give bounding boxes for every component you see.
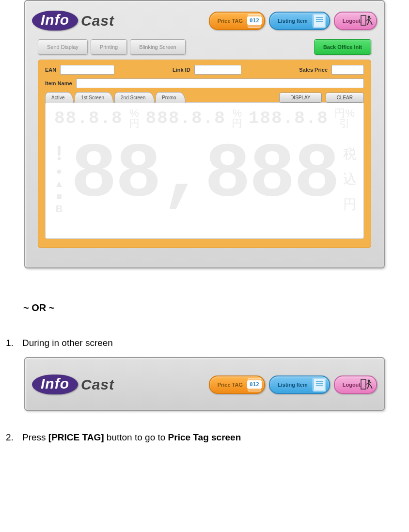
logout-button[interactable]: Logout [334, 12, 377, 30]
tabs-row: Active 1st Screen 2nd Screen Promo DISPL… [45, 92, 364, 103]
tax-char: 税 [343, 145, 357, 163]
infocast-logo: InfoCast [32, 11, 114, 31]
lcd-seg-1: 88.8.8 [54, 109, 123, 128]
tab-promo[interactable]: Promo [156, 92, 185, 103]
yen-char: 円 [343, 195, 357, 214]
lcd-seg-3: 188.8.8 [249, 109, 329, 128]
tab-1st-screen-label: 1st Screen [81, 95, 104, 100]
or-separator-text: ~ OR ~ [23, 302, 409, 313]
price-tag-label-2: Price TAG [218, 382, 243, 388]
step-2-text-b: [PRICE TAG] [48, 432, 104, 442]
step-2-text-d: Price Tag screen [168, 432, 241, 442]
lcd-big-digits: 88,888 [71, 136, 338, 214]
included-char: 込 [343, 170, 357, 188]
tab-2nd-screen-label: 2nd Screen [121, 95, 145, 100]
link-id-input[interactable] [194, 65, 241, 75]
lcd-sym1-bot: 円 [129, 117, 140, 129]
item-name-label: Item Name [45, 80, 72, 86]
infocast-panel-full: InfoCast Price TAG 012 Listing Item Logo… [24, 0, 385, 268]
tab-active-label: Active [51, 95, 64, 100]
logo-info: Info [41, 12, 69, 28]
exit-icon [361, 14, 373, 28]
svg-point-3 [368, 379, 370, 382]
listing-item-button[interactable]: Listing Item [269, 12, 330, 30]
logo-cast-2: Cast [81, 376, 114, 393]
triangle-icon: ▲ [54, 179, 64, 188]
exclamation-icon: ! [56, 143, 63, 163]
orange-panel: EAN Link ID Sales Price Item Name Active… [38, 60, 371, 248]
header-row-2: InfoCast Price TAG 012 Listing Item Logo… [32, 373, 377, 403]
link-id-label: Link ID [173, 67, 190, 73]
step-1-number: 1. [6, 338, 22, 348]
price-tag-badge-2: 012 [247, 380, 262, 389]
sales-price-label: Sales Price [299, 67, 328, 73]
field-row-2: Item Name [45, 78, 364, 88]
display-button-label: DISPLAY [290, 95, 311, 100]
top-buttons-2: Price TAG 012 Listing Item Logout [209, 376, 377, 394]
listing-item-label-2: Listing Item [278, 382, 308, 388]
lcd-yen-column: 税 込 円 [343, 145, 357, 214]
step-1: 1.During in other screen [6, 338, 409, 348]
b-icon: B [56, 204, 63, 214]
tab-2nd-screen[interactable]: 2nd Screen [114, 92, 155, 103]
svg-rect-0 [361, 16, 366, 25]
listing-item-label: Listing Item [278, 18, 308, 24]
lcd-sym-3: 円%引 [334, 109, 355, 129]
ean-input[interactable] [60, 65, 114, 75]
lcd-sym3-bot: 引 [339, 117, 350, 129]
top-buttons: Price TAG 012 Listing Item Logout [209, 12, 377, 30]
lcd-row-small: 88.8.8 %円 888.8.8 %円 188.8.8 円%引 [54, 109, 355, 129]
logout-label: Logout [343, 18, 361, 24]
tab-1st-screen[interactable]: 1st Screen [75, 92, 113, 103]
printing-button[interactable]: Printing [91, 39, 127, 55]
logout-label-2: Logout [343, 382, 361, 388]
step-1-text: During in other screen [22, 338, 113, 348]
field-row-1: EAN Link ID Sales Price [45, 65, 364, 75]
lcd-sym-2: %円 [232, 109, 242, 129]
step-2-number: 2. [6, 432, 22, 443]
clear-button[interactable]: CLEAR [326, 93, 364, 103]
blinking-screen-label: Blinking Screen [139, 44, 176, 50]
price-tag-button[interactable]: Price TAG 012 [209, 12, 265, 30]
circle-icon: ● [56, 166, 62, 176]
lcd-sym-1: %円 [129, 109, 140, 129]
lcd-main-row: ! ● ▲ ■ B 88,888 税 込 円 [54, 129, 355, 214]
blinking-screen-button[interactable]: Blinking Screen [130, 39, 185, 55]
price-tag-badge: 012 [247, 16, 262, 25]
logo-cast: Cast [81, 13, 114, 29]
logout-button-2[interactable]: Logout [334, 376, 377, 394]
step-2: 2.Press [PRICE TAG] button to go to Pric… [6, 432, 409, 443]
lcd-side-icons: ! ● ▲ ■ B [54, 143, 64, 214]
logo-info-2: Info [41, 376, 69, 391]
clear-button-label: CLEAR [337, 95, 353, 100]
exit-icon-2 [361, 378, 373, 391]
square-icon: ■ [56, 191, 62, 201]
back-office-label: Back Office Init [323, 44, 362, 50]
header-row: InfoCast Price TAG 012 Listing Item Logo… [32, 9, 377, 39]
document-icon [314, 15, 325, 27]
send-display-button[interactable]: Send Display [38, 39, 88, 55]
ean-label: EAN [45, 67, 56, 73]
step-2-text-a: Press [22, 432, 48, 442]
price-tag-label: Price TAG [218, 18, 243, 24]
send-display-label: Send Display [47, 44, 79, 50]
listing-item-button-2[interactable]: Listing Item [269, 376, 330, 394]
price-tag-button-2[interactable]: Price TAG 012 [209, 376, 265, 394]
svg-rect-2 [361, 379, 366, 389]
tab-active[interactable]: Active [45, 92, 74, 103]
printing-label: Printing [100, 44, 118, 50]
back-office-button[interactable]: Back Office Init [314, 39, 371, 55]
infocast-panel-header-only: InfoCast Price TAG 012 Listing Item Logo… [24, 357, 385, 411]
lcd-panel: 88.8.8 %円 888.8.8 %円 188.8.8 円%引 ! ● ▲ ■… [45, 102, 364, 239]
display-button[interactable]: DISPLAY [279, 93, 322, 103]
toolbar-row: Send Display Printing Blinking Screen Ba… [32, 39, 377, 60]
step-2-text-c: button to go to [104, 432, 168, 442]
lcd-seg-2: 888.8.8 [146, 109, 226, 128]
infocast-logo-2: InfoCast [32, 375, 114, 394]
svg-point-1 [368, 16, 370, 18]
tab-promo-label: Promo [162, 95, 176, 100]
document-icon-2 [314, 378, 325, 391]
sales-price-input[interactable] [331, 65, 364, 75]
item-name-input[interactable] [76, 78, 364, 88]
lcd-sym2-bot: 円 [232, 117, 242, 129]
